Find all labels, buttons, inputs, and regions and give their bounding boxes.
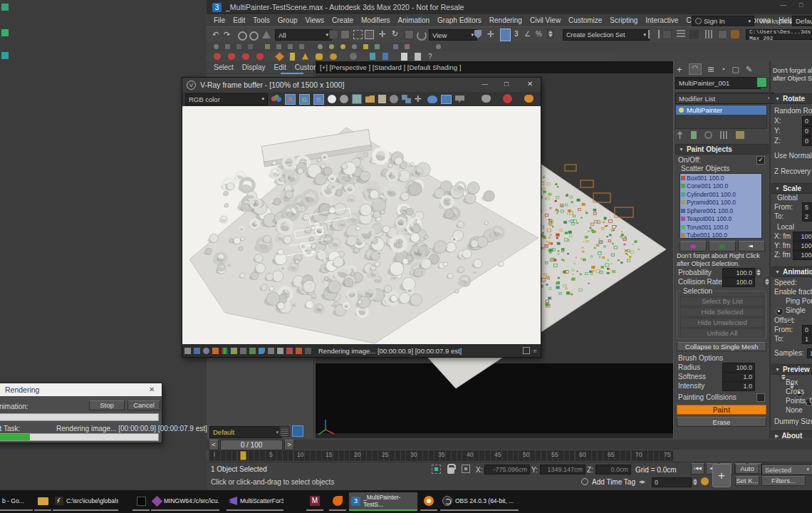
onoff-checkbox[interactable]: ✓: [756, 156, 765, 165]
curve-editor-icon[interactable]: [705, 30, 714, 38]
sphere-preview-icon[interactable]: [390, 95, 398, 103]
document-icon[interactable]: [401, 53, 407, 61]
undo-icon[interactable]: ↶: [212, 30, 219, 39]
layer-manager-icon[interactable]: [677, 30, 685, 38]
taskbar-item-3dsmax-active[interactable]: 3 _MultiPainter-TestS...: [349, 492, 417, 511]
menu-modifiers[interactable]: Modifiers: [360, 16, 392, 24]
menu-tools[interactable]: Tools: [251, 16, 271, 24]
menu-views[interactable]: Views: [304, 16, 326, 24]
configure-modifier-sets-icon[interactable]: [736, 131, 744, 139]
max-titlebar[interactable]: 3 _MultiPainter-TestScene.max - Autodesk…: [207, 0, 812, 14]
rotate-rollout[interactable]: ▼Rotate: [771, 93, 812, 104]
region-render-icon[interactable]: [441, 95, 452, 104]
paint-button[interactable]: Paint: [677, 405, 766, 415]
workspace-dropdown[interactable]: Default: [792, 16, 812, 26]
erase-button[interactable]: Erase: [677, 417, 766, 427]
panel-column-divider[interactable]: [769, 61, 771, 438]
lightbulb-icon[interactable]: [679, 108, 684, 113]
mono-view-icon[interactable]: [328, 95, 336, 103]
modifier-list-dropdown[interactable]: Modifier List▾: [675, 93, 774, 104]
bind-spacewarp-icon[interactable]: [262, 31, 271, 38]
toolbar-icon[interactable]: [375, 44, 380, 49]
schematic-view-icon[interactable]: [718, 30, 727, 39]
toolbar-icon[interactable]: [236, 44, 241, 49]
frame-step-icon[interactable]: ◀▶: [639, 479, 645, 484]
menu-create[interactable]: Create: [330, 16, 355, 24]
snap-3d-icon[interactable]: 3: [514, 30, 519, 38]
dialog-titlebar[interactable]: Rendering ✕: [0, 383, 162, 396]
toolbar-icon[interactable]: [352, 44, 357, 49]
anim-to-field[interactable]: 1: [802, 334, 812, 344]
vfb-tool-icon[interactable]: [268, 348, 274, 354]
stop-button[interactable]: Stop: [89, 400, 125, 410]
intensity-field[interactable]: 1.0: [722, 381, 755, 391]
collapse-to-single-mesh-button[interactable]: Collapse to Single Mesh: [677, 342, 766, 351]
absolute-mode-icon[interactable]: [462, 465, 470, 473]
taskbar-item-browser[interactable]: b - Go...: [0, 492, 33, 511]
unhide-all-button[interactable]: Unhide All: [680, 328, 764, 338]
taskbar-item-terminal[interactable]: [132, 492, 150, 511]
animation-rollout[interactable]: ▼Animation: [771, 266, 812, 277]
redo-icon[interactable]: ↷: [224, 30, 230, 39]
hide-selected-button[interactable]: Hide Selected: [680, 307, 764, 317]
desktop-edge-icon[interactable]: [1, 52, 9, 59]
rotate-z-field[interactable]: 0: [802, 136, 812, 146]
rectangular-selection-icon[interactable]: [353, 30, 363, 39]
menu-graph-editors[interactable]: Graph Editors: [436, 16, 483, 24]
cloud-icon[interactable]: [427, 95, 437, 103]
document-icon[interactable]: [415, 53, 421, 61]
taskbar-item-blender[interactable]: [420, 492, 437, 511]
window-crossing-icon[interactable]: [365, 30, 374, 39]
motion-tab-icon[interactable]: ◔: [721, 65, 726, 73]
close-icon[interactable]: ✕: [527, 80, 533, 88]
anim-from-field[interactable]: 0: [802, 325, 812, 335]
coord-z-field[interactable]: 0.0cm: [595, 465, 631, 475]
list-item[interactable]: Torus001 100.0: [680, 223, 761, 232]
timeline-ruler[interactable]: ⌇ 0 5 10 15 20 25 30 35 40 45 50 55 60 6…: [209, 450, 673, 461]
pin-stack-icon[interactable]: [677, 131, 683, 139]
hide-unselected-button[interactable]: Hide Unselected: [680, 318, 764, 328]
about-rollout[interactable]: ▶About: [771, 430, 812, 438]
toolbar-icon[interactable]: [370, 53, 375, 60]
vfb-tool-icon[interactable]: [184, 348, 191, 354]
help-icon[interactable]: ?: [428, 53, 432, 61]
viewport-label[interactable]: [+] [Perspective ] [Standard ] [Default …: [316, 61, 673, 73]
load-image-icon[interactable]: [365, 95, 375, 103]
vfb-tool-icon[interactable]: [231, 348, 237, 354]
menu-group[interactable]: Group: [276, 16, 299, 24]
rendering-dialog[interactable]: Rendering ✕ Total Animation: Stop Cancel…: [0, 383, 162, 443]
scale-z-field[interactable]: 100.0: [793, 250, 812, 260]
radius-field[interactable]: 100.0: [722, 363, 755, 373]
duplicate-buffer-icon[interactable]: [402, 95, 411, 103]
frame-spinner[interactable]: [692, 477, 698, 487]
project-folder-path[interactable]: C:\Users\Des...3ds Max 202: [746, 29, 812, 40]
vray-teapot-icon[interactable]: [214, 53, 221, 60]
scale-to-field[interactable]: 2: [802, 212, 812, 222]
taskbar-item-vscode[interactable]: MultiScatterFor3ds...: [227, 492, 283, 511]
menu-customize[interactable]: Customize: [567, 16, 603, 24]
toolbar-icon[interactable]: [276, 44, 281, 49]
signin-dropdown[interactable]: Sign In ▾: [692, 16, 754, 26]
list-item[interactable]: Cylinder001 100.0: [680, 190, 761, 199]
create-tab-icon[interactable]: +: [677, 64, 682, 75]
minimize-icon[interactable]: —: [482, 81, 488, 88]
toolbar-icon[interactable]: [225, 44, 230, 49]
vray-teapot-icon[interactable]: [242, 53, 249, 60]
isolate-selection-icon[interactable]: [432, 465, 441, 474]
vfb-tool-icon[interactable]: [259, 348, 265, 354]
toolbar-icon[interactable]: [265, 44, 270, 49]
auto-key-button[interactable]: Auto: [735, 464, 759, 474]
toolbar-icon[interactable]: [393, 44, 398, 49]
current-frame-field[interactable]: 0: [652, 477, 692, 487]
select-by-name-icon[interactable]: [340, 30, 350, 39]
add-key-button[interactable]: +: [712, 464, 731, 487]
maximize-icon[interactable]: □: [504, 80, 509, 88]
layers-stack-icon[interactable]: [279, 426, 290, 437]
comment-icon[interactable]: [455, 95, 464, 103]
add-object-button[interactable]: [680, 241, 707, 252]
link-icon[interactable]: [238, 31, 247, 41]
toolbar-icon[interactable]: [340, 44, 345, 49]
stop-render-icon[interactable]: [503, 94, 512, 103]
corona-cone-icon[interactable]: [302, 53, 308, 60]
scale-y-field[interactable]: 100.0: [793, 241, 812, 251]
